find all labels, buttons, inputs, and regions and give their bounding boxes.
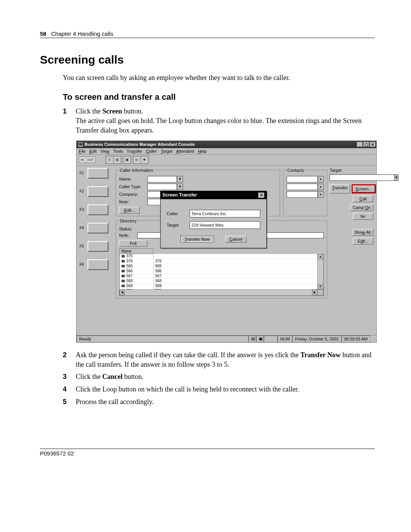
horizontal-scrollbar[interactable]: ◀ ▶ <box>119 289 317 296</box>
loop-label: F5 <box>80 244 86 248</box>
dropdown-icon[interactable]: ▸ <box>318 176 324 182</box>
disp-cell[interactable]: 376 <box>154 259 323 264</box>
intro-paragraph: You can screen calls by asking an employ… <box>63 73 375 82</box>
ext-cell[interactable]: 375 <box>126 254 133 258</box>
close-button[interactable]: ✕ <box>370 142 376 147</box>
loop-button-f1[interactable] <box>88 168 108 179</box>
app-window: ☎ Business Communications Manager Attend… <box>76 141 377 343</box>
step-text: Ask the person being called if they can … <box>76 351 300 359</box>
edit-button[interactable]: Edit... <box>119 207 140 214</box>
menu-tools[interactable]: Tools <box>113 149 123 153</box>
window-titlebar: ☎ Business Communications Manager Attend… <box>76 141 376 148</box>
loop-label: F2 <box>80 189 86 193</box>
loop-button-f6[interactable] <box>88 259 108 270</box>
caller-type-input[interactable] <box>147 184 177 190</box>
disp-cell[interactable]: 569 <box>154 284 323 289</box>
contact-input[interactable] <box>287 191 318 198</box>
scroll-right-icon[interactable]: ▶ <box>312 290 317 295</box>
contact-input[interactable] <box>287 176 318 182</box>
target-label: Target: <box>330 168 373 173</box>
show-all-button[interactable]: Show All <box>352 229 373 236</box>
loop-button-f5[interactable] <box>88 241 108 252</box>
phone-icon: ☎ <box>121 269 125 273</box>
dialog-title: Screen Transfer <box>162 192 197 198</box>
status-icon: ▣ <box>256 335 264 342</box>
loop-label: F6 <box>80 262 86 267</box>
disp-cell[interactable]: 568 <box>154 279 323 284</box>
dropdown-icon[interactable]: ▼ <box>177 184 183 190</box>
contacts-group: Contacts ▸ ▸ ▸ <box>283 168 327 216</box>
scroll-down-icon[interactable]: ▼ <box>318 284 323 289</box>
caller-type-label: Caller Type: <box>119 184 145 189</box>
dropdown-icon[interactable]: ▼ <box>177 176 183 182</box>
call-button[interactable]: Call <box>353 195 373 202</box>
loop-button-f3[interactable] <box>88 204 108 215</box>
in-out-toggle[interactable]: IN OUT <box>79 157 96 163</box>
maximize-button[interactable]: ▢ <box>363 142 369 147</box>
camp-on-button[interactable]: Camp On <box>350 204 373 211</box>
step-5: 5 Process the call accordingly. <box>63 397 375 407</box>
disp-cell[interactable]: 565 <box>154 264 323 269</box>
loop-button-f4[interactable] <box>88 223 108 233</box>
transfer-now-button[interactable]: Transfer Now <box>180 236 214 243</box>
dialog-close-button[interactable]: ✕ <box>258 192 264 198</box>
directory-table: ☎375 ☎376 ☎565 ☎566 ☎567 ☎568 ☎569 ☎570 <box>119 254 324 296</box>
menu-transfer[interactable]: Transfer <box>127 149 142 153</box>
note-label: Note: <box>119 200 145 204</box>
disp-cell[interactable]: 566 <box>154 269 323 274</box>
app-icon: ☎ <box>78 142 83 147</box>
cancel-button[interactable]: Cancel <box>225 236 247 243</box>
caller-info-legend: Caller Information <box>119 168 154 173</box>
dropdown-icon[interactable]: ▼ <box>395 174 398 181</box>
name-input[interactable] <box>147 176 177 182</box>
step-text: Click the <box>76 107 102 115</box>
toolbar-button[interactable]: ▦ <box>123 156 131 164</box>
toolbar-button[interactable]: ⎙ <box>106 156 113 164</box>
screen-button-highlight: Screen... <box>352 184 376 193</box>
resize-grip-icon[interactable]: ⋰ <box>370 335 376 342</box>
minimize-button[interactable]: _ <box>357 142 363 147</box>
dialog-titlebar: Screen Transfer ✕ <box>161 191 266 199</box>
scroll-left-icon[interactable]: ◀ <box>119 290 125 295</box>
dropdown-icon[interactable]: ▸ <box>318 191 324 198</box>
dialog-target-input[interactable] <box>190 221 260 229</box>
toolbar-button[interactable]: ▤ <box>113 156 121 164</box>
menu-caller[interactable]: Caller <box>146 149 157 153</box>
scroll-up-icon[interactable]: ▲ <box>318 254 323 259</box>
edit-button[interactable]: Edit... <box>353 238 373 244</box>
menu-file[interactable]: File <box>79 149 86 153</box>
dialog-caller-label: Caller: <box>167 211 185 216</box>
disp-cell[interactable]: 567 <box>154 274 323 279</box>
menu-target[interactable]: Target <box>161 149 172 153</box>
loop-button-f2[interactable] <box>88 186 108 197</box>
step-bold: Cancel <box>102 373 123 380</box>
dialog-caller-input[interactable] <box>190 210 260 217</box>
toolbar-button[interactable]: ✚ <box>141 156 148 164</box>
menu-attendant[interactable]: Attendant <box>176 149 194 153</box>
ext-cell[interactable]: 567 <box>126 274 133 278</box>
full-button[interactable]: Full <box>119 240 147 247</box>
ext-cell[interactable]: 565 <box>126 264 133 268</box>
screen-button[interactable]: Screen... <box>353 185 375 192</box>
ext-cell[interactable]: 568 <box>126 279 133 283</box>
transfer-button[interactable]: Transfer <box>330 184 350 193</box>
dialog-target-label: Target: <box>167 223 185 227</box>
dropdown-icon[interactable]: ▸ <box>318 184 324 190</box>
target-input[interactable] <box>330 174 395 181</box>
vertical-scrollbar[interactable]: ▲ ▼ <box>317 254 323 289</box>
page-footer: P0936572 02 <box>40 449 375 457</box>
menu-help[interactable]: Help <box>198 149 207 153</box>
loop-column: F1 F2 F3 F4 F5 F6 <box>80 168 116 301</box>
status-bar: Ready ▤ ▣ NUM Friday, October 5, 2001 09… <box>76 335 376 342</box>
name-column-header[interactable]: Name <box>119 248 153 254</box>
contact-input[interactable] <box>287 184 318 190</box>
ext-cell[interactable]: 566 <box>126 269 133 273</box>
contacts-legend: Contacts <box>287 168 304 173</box>
fer-button-fragment[interactable]: fer <box>353 213 373 220</box>
ext-cell[interactable]: 569 <box>126 284 133 288</box>
menu-edit[interactable]: Edit <box>89 149 97 153</box>
ext-cell[interactable]: 376 <box>126 259 133 263</box>
menu-view[interactable]: View <box>100 149 110 153</box>
disp-cell[interactable] <box>154 254 323 259</box>
toolbar-button[interactable]: a↑ <box>133 156 141 164</box>
